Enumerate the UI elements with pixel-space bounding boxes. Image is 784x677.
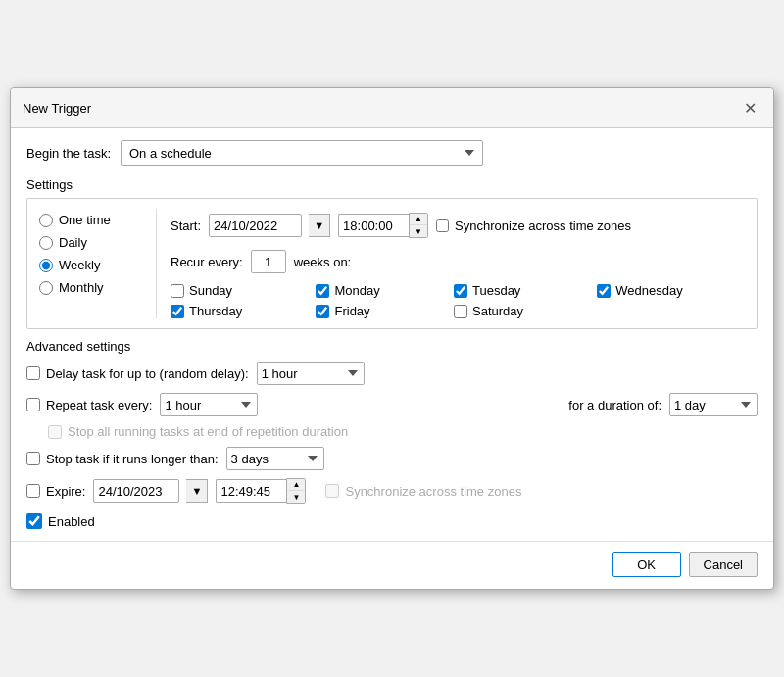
radio-daily[interactable]: Daily — [39, 235, 144, 250]
day-thursday-label: Thursday — [189, 304, 242, 318]
day-friday[interactable]: Friday — [316, 304, 442, 318]
day-monday-label: Monday — [334, 283, 379, 298]
repeat-checkbox-group[interactable]: Repeat task every: — [26, 398, 152, 412]
sync-timezone-checkbox[interactable] — [436, 219, 449, 232]
schedule-config-panel: Start: ▼ ▲ ▼ Synchronize acros — [157, 209, 745, 318]
enabled-row[interactable]: Enabled — [26, 513, 758, 529]
start-time-input[interactable] — [338, 214, 409, 237]
radio-onetime-label: One time — [59, 213, 111, 227]
repeat-dropdown[interactable]: 1 hour 30 minutes 2 hours — [160, 393, 258, 416]
expire-checkbox-group[interactable]: Expire: — [26, 484, 85, 499]
sync-timezone-label: Synchronize across time zones — [455, 218, 631, 233]
start-label: Start: — [171, 218, 201, 233]
time-up-button[interactable]: ▲ — [410, 214, 427, 225]
dialog-body: Begin the task: On a schedule At log on … — [11, 128, 773, 541]
stop-running-row[interactable]: Stop all running tasks at end of repetit… — [48, 424, 758, 439]
expire-sync-checkbox[interactable] — [325, 484, 339, 498]
day-sunday[interactable]: Sunday — [171, 283, 304, 298]
settings-layout: One time Daily Weekly Monthly — [39, 209, 745, 318]
stop-longer-checkbox[interactable] — [26, 452, 40, 465]
advanced-section: Advanced settings Delay task for up to (… — [26, 339, 758, 529]
duration-label: for a duration of: — [568, 398, 662, 412]
close-button[interactable]: ✕ — [738, 96, 761, 120]
radio-onetime[interactable]: One time — [39, 213, 144, 227]
radio-weekly-label: Weekly — [59, 258, 100, 272]
time-down-button[interactable]: ▼ — [410, 225, 427, 237]
stop-longer-checkbox-group[interactable]: Stop task if it runs longer than: — [26, 452, 219, 466]
ok-button[interactable]: OK — [612, 552, 681, 577]
stop-longer-label: Stop task if it runs longer than: — [46, 452, 219, 466]
day-monday[interactable]: Monday — [316, 283, 442, 298]
stop-longer-row: Stop task if it runs longer than: 3 days… — [26, 447, 758, 470]
repeat-row: Repeat task every: 1 hour 30 minutes 2 h… — [26, 393, 758, 416]
schedule-type-panel: One time Daily Weekly Monthly — [39, 209, 157, 318]
delay-dropdown[interactable]: 1 hour 30 minutes 2 hours — [257, 362, 365, 385]
delay-checkbox[interactable] — [26, 366, 40, 380]
radio-daily-label: Daily — [59, 235, 87, 250]
day-friday-label: Friday — [334, 304, 369, 318]
expire-date-input[interactable] — [93, 479, 179, 503]
day-wednesday-label: Wednesday — [615, 283, 682, 298]
expire-time-spinner: ▲ ▼ — [286, 478, 306, 504]
dialog-title: New Trigger — [23, 101, 91, 116]
recur-label: Recur every: — [171, 255, 243, 269]
enabled-label: Enabled — [48, 514, 95, 529]
radio-monthly-label: Monthly — [59, 280, 104, 295]
day-saturday-label: Saturday — [472, 304, 523, 318]
expire-checkbox[interactable] — [26, 484, 40, 498]
begin-task-label: Begin the task: — [26, 146, 111, 161]
start-time-group: ▲ ▼ — [338, 213, 428, 238]
repeat-label: Repeat task every: — [46, 398, 152, 412]
start-date-input[interactable] — [209, 214, 302, 237]
settings-box: One time Daily Weekly Monthly — [26, 198, 758, 329]
radio-monthly[interactable]: Monthly — [39, 280, 144, 295]
stop-running-label: Stop all running tasks at end of repetit… — [68, 424, 348, 439]
title-bar: New Trigger ✕ — [11, 88, 773, 128]
recur-value-input[interactable] — [251, 250, 286, 273]
settings-section-label: Settings — [26, 177, 758, 192]
expire-date-picker-button[interactable]: ▼ — [186, 479, 208, 503]
day-tuesday[interactable]: Tuesday — [454, 283, 585, 298]
delay-label: Delay task for up to (random delay): — [46, 366, 249, 381]
expire-sync-label: Synchronize across time zones — [345, 484, 521, 499]
day-thursday[interactable]: Thursday — [171, 304, 304, 318]
advanced-label: Advanced settings — [26, 339, 758, 354]
duration-dropdown[interactable]: 1 day 30 minutes 1 hour Indefinitely — [669, 393, 758, 416]
day-saturday[interactable]: Saturday — [454, 304, 585, 318]
day-sunday-label: Sunday — [189, 283, 232, 298]
day-tuesday-label: Tuesday — [472, 283, 520, 298]
repeat-checkbox[interactable] — [26, 398, 40, 411]
days-grid: Sunday Monday Tuesday Wednesday — [171, 283, 745, 318]
stop-running-checkbox[interactable] — [48, 425, 62, 439]
enabled-checkbox[interactable] — [26, 513, 42, 529]
expire-time-up-button[interactable]: ▲ — [287, 479, 305, 491]
radio-weekly[interactable]: Weekly — [39, 258, 144, 272]
expire-time-down-button[interactable]: ▼ — [287, 491, 305, 503]
sync-timezone-group: Synchronize across time zones — [436, 218, 631, 233]
expire-time-input[interactable] — [216, 479, 286, 503]
time-spinner: ▲ ▼ — [409, 213, 428, 238]
cancel-button[interactable]: Cancel — [689, 552, 758, 577]
stop-longer-dropdown[interactable]: 3 days 1 hour 1 day — [226, 447, 324, 470]
date-picker-button[interactable]: ▼ — [309, 214, 330, 237]
weeks-on-label: weeks on: — [294, 255, 352, 269]
delay-row: Delay task for up to (random delay): 1 h… — [26, 362, 758, 385]
delay-checkbox-group[interactable]: Delay task for up to (random delay): — [26, 366, 249, 381]
expire-time-group: ▲ ▼ — [216, 478, 306, 504]
begin-task-row: Begin the task: On a schedule At log on … — [26, 140, 758, 166]
start-row: Start: ▼ ▲ ▼ Synchronize acros — [171, 213, 745, 238]
recur-row: Recur every: weeks on: — [171, 250, 745, 273]
expire-label: Expire: — [46, 484, 85, 499]
expire-sync-group: Synchronize across time zones — [325, 484, 521, 499]
new-trigger-dialog: New Trigger ✕ Begin the task: On a sched… — [10, 87, 774, 590]
begin-task-dropdown[interactable]: On a schedule At log on At startup On id… — [121, 140, 483, 166]
day-wednesday[interactable]: Wednesday — [597, 283, 745, 298]
expire-row: Expire: ▼ ▲ ▼ Synchronize across time zo… — [26, 478, 758, 504]
dialog-footer: OK Cancel — [11, 541, 773, 589]
